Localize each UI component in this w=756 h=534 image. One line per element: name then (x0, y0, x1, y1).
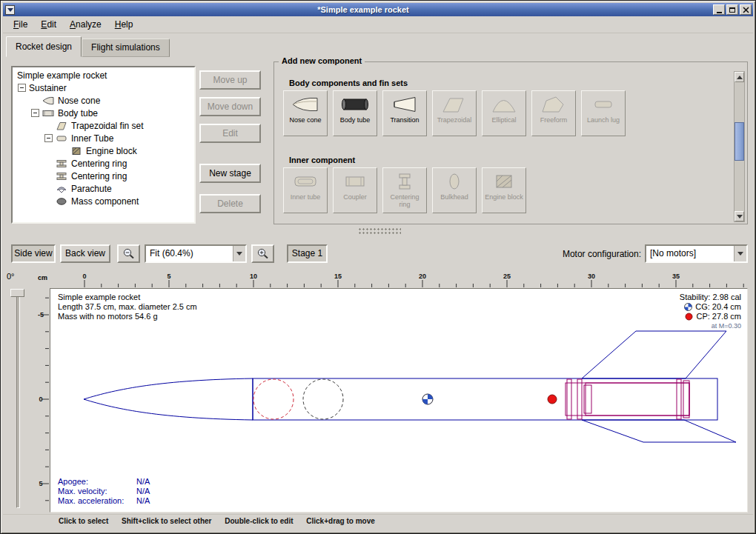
apogee-value: N/A (136, 477, 150, 487)
body-tube-icon (341, 93, 369, 116)
scroll-up-arrow[interactable] (735, 72, 744, 82)
tab-rocket-design[interactable]: Rocket design (6, 36, 82, 57)
delete-button[interactable]: Delete (199, 194, 261, 213)
tree-expander[interactable] (31, 109, 39, 117)
stage-1-button[interactable]: Stage 1 (287, 244, 328, 263)
nose-cone-icon (291, 93, 319, 116)
add-centering-ring-button[interactable]: Centering ring (382, 167, 427, 213)
tree-item-centering-ring[interactable]: Centering ring (13, 170, 194, 182)
combo-arrow-button[interactable] (734, 246, 746, 261)
new-stage-button[interactable]: New stage (199, 164, 261, 183)
tree-expander[interactable] (44, 134, 53, 142)
tree-item-centering-ring[interactable]: Centering ring (13, 157, 194, 170)
zoom-in-button[interactable] (251, 244, 274, 263)
titlebar: *Simple example rocket (3, 3, 753, 16)
add-coupler-button[interactable]: Coupler (333, 167, 377, 213)
app-window: *Simple example rocket File Edit Analyze… (0, 0, 756, 534)
motor-configuration-select[interactable]: [No motors] (645, 244, 748, 263)
add-body-tube-button[interactable]: Body tube (333, 90, 377, 136)
tree-label: Engine block (86, 146, 137, 156)
centering-ring-icon (56, 159, 67, 168)
zoom-out-button[interactable] (117, 244, 140, 263)
splitter-handle[interactable] (358, 227, 401, 234)
tab-flight-simulations[interactable]: Flight simulations (82, 39, 170, 57)
inner-tube-icon (291, 170, 319, 193)
add-nose-cone-button[interactable]: Nose cone (283, 90, 328, 136)
combo-arrow-button[interactable] (233, 246, 245, 261)
move-up-button[interactable]: Move up (199, 70, 261, 90)
window-icon[interactable] (5, 5, 15, 15)
minimize-icon (717, 12, 722, 13)
maximize-button[interactable] (726, 4, 738, 15)
zoom-in-icon (256, 247, 270, 260)
add-trapezoidal-button[interactable]: Trapezoidal (432, 90, 477, 136)
zoom-select[interactable]: Fit (60.4%) (145, 244, 247, 263)
tree-label: Mass component (71, 196, 139, 207)
menu-file[interactable]: File (7, 17, 34, 32)
tree-item-engine-block[interactable]: Engine block (13, 144, 194, 157)
svg-text:-5: -5 (38, 311, 44, 318)
side-view-button[interactable]: Side view (11, 244, 56, 263)
engine-block-icon (490, 170, 518, 193)
svg-text:0: 0 (82, 273, 86, 280)
add-transition-button[interactable]: Transition (382, 90, 427, 136)
tree-item-parachute[interactable]: Parachute (13, 182, 194, 195)
add-component-title: Add new component (279, 56, 365, 65)
add-freeform-button[interactable]: Freeform (531, 90, 576, 136)
tree-item-nose-cone[interactable]: Nose cone (13, 94, 194, 107)
inner-components-row: Inner tube Coupler Centering ring Bulkhe… (283, 167, 526, 213)
menu-help[interactable]: Help (108, 17, 140, 32)
stability-value: Stability: 2.98 cal (680, 293, 741, 302)
menu-analyze[interactable]: Analyze (63, 17, 108, 32)
tree-item-sustainer[interactable]: Sustainer (13, 81, 194, 94)
mass-icon (56, 197, 67, 206)
parachute-outline (253, 379, 294, 419)
rotation-slider-handle[interactable] (10, 289, 24, 297)
add-elliptical-button[interactable]: Elliptical (482, 90, 526, 136)
svg-text:20: 20 (419, 273, 426, 280)
add-engine-block-button[interactable]: Engine block (482, 167, 526, 213)
scrollbar-thumb[interactable] (735, 122, 744, 161)
fin-top-outline (582, 331, 726, 378)
cg-icon (684, 303, 692, 311)
move-down-button[interactable]: Move down (199, 97, 261, 116)
status-divider (3, 514, 753, 515)
tree-expander[interactable] (18, 84, 26, 92)
scroll-down-arrow[interactable] (735, 211, 744, 221)
vertical-ruler: -505 (35, 288, 50, 513)
add-launch-lug-button[interactable]: Launch lug (581, 90, 626, 136)
tree-label: Centering ring (71, 158, 127, 169)
tree-label: Parachute (71, 184, 112, 194)
chevron-down-icon (236, 252, 242, 256)
close-button[interactable] (740, 4, 752, 15)
rotation-slider-track[interactable] (16, 291, 20, 508)
component-panel-scrollbar[interactable] (734, 71, 745, 222)
tree-item-mass-component[interactable]: Mass component (13, 195, 194, 207)
svg-text:5: 5 (167, 273, 170, 280)
cg-value: CG: 20.4 cm (695, 302, 741, 312)
tree-item-body-tube[interactable]: Body tube (13, 107, 194, 119)
add-bulkhead-button[interactable]: Bulkhead (432, 167, 477, 213)
motor-mount-outline (566, 379, 689, 419)
statusbar: Click to select Shift+click to select ot… (59, 517, 386, 525)
menu-edit[interactable]: Edit (34, 17, 63, 32)
flight-data: Apogee:N/A Max. velocity:N/A Max. accele… (58, 477, 150, 506)
coupler-icon (341, 170, 369, 193)
tree-item-rocket[interactable]: Simple example rocket (13, 69, 194, 81)
edit-button[interactable]: Edit (199, 124, 261, 143)
tree-label: Sustainer (29, 83, 67, 93)
rocket-info: Simple example rocket Length 37.5 cm, ma… (58, 293, 197, 321)
tree-item-inner-tube[interactable]: Inner Tube (13, 132, 194, 144)
apogee-label: Apogee: (58, 477, 136, 487)
back-view-button[interactable]: Back view (60, 244, 110, 263)
tree-item-fin-set[interactable]: Trapezoidal fin set (13, 119, 194, 132)
svg-text:15: 15 (334, 273, 342, 280)
window-title: *Simple example rocket (15, 5, 712, 14)
tree-label: Body tube (58, 108, 98, 119)
minimize-button[interactable] (713, 4, 725, 15)
mass-component-outline (303, 379, 343, 419)
max-velocity-label: Max. velocity: (58, 487, 136, 496)
fin-bottom-outline (582, 420, 736, 442)
add-inner-tube-button[interactable]: Inner tube (283, 167, 328, 213)
design-canvas[interactable]: Simple example rocket Length 37.5 cm, ma… (50, 288, 748, 513)
